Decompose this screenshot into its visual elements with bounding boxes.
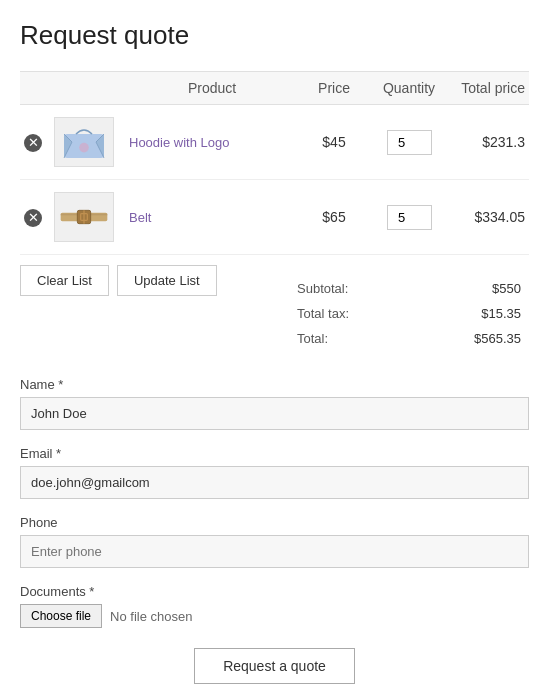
choose-file-button[interactable]: Choose file (20, 604, 102, 628)
quote-table: Product Price Quantity Total price ✕ (20, 71, 529, 255)
hoodie-image (54, 117, 114, 167)
product-link[interactable]: Hoodie with Logo (129, 135, 229, 150)
belt-image (54, 192, 114, 242)
page-title: Request quote (20, 20, 529, 51)
price-cell: $65 (299, 180, 369, 255)
col-quantity: Quantity (369, 72, 449, 105)
remove-item-button[interactable]: ✕ (24, 132, 42, 152)
name-input[interactable] (20, 397, 529, 430)
phone-label: Phone (20, 515, 529, 530)
col-product: Product (125, 72, 299, 105)
subtotal-label: Subtotal: (291, 277, 413, 300)
total-label: Total: (291, 327, 413, 350)
total-cell: $334.05 (449, 180, 529, 255)
order-summary: Subtotal: $550 Total tax: $15.35 Total: … (289, 275, 529, 352)
name-group: Name * (20, 377, 529, 430)
remove-item-button[interactable]: ✕ (24, 207, 42, 227)
tax-value: $15.35 (415, 302, 527, 325)
remove-icon: ✕ (24, 209, 42, 227)
table-row: ✕ Belt $65 $334.05 (20, 180, 529, 255)
quantity-input[interactable] (387, 130, 432, 155)
total-value: $565.35 (415, 327, 527, 350)
product-img-cell (50, 180, 125, 255)
phone-group: Phone (20, 515, 529, 568)
product-name-cell: Belt (125, 180, 299, 255)
product-link[interactable]: Belt (129, 210, 151, 225)
col-remove (20, 72, 50, 105)
no-file-text: No file chosen (110, 609, 192, 624)
email-group: Email * (20, 446, 529, 499)
update-list-button[interactable]: Update List (117, 265, 217, 296)
subtotal-value: $550 (415, 277, 527, 300)
col-total: Total price (449, 72, 529, 105)
quantity-cell (369, 180, 449, 255)
remove-cell: ✕ (20, 105, 50, 180)
remove-icon: ✕ (24, 134, 42, 152)
quantity-input[interactable] (387, 205, 432, 230)
email-input[interactable] (20, 466, 529, 499)
col-img (50, 72, 125, 105)
documents-label: Documents * (20, 584, 529, 599)
tax-label: Total tax: (291, 302, 413, 325)
clear-list-button[interactable]: Clear List (20, 265, 109, 296)
total-cell: $231.3 (449, 105, 529, 180)
remove-cell: ✕ (20, 180, 50, 255)
documents-group: Documents * Choose file No file chosen (20, 584, 529, 628)
price-cell: $45 (299, 105, 369, 180)
phone-input[interactable] (20, 535, 529, 568)
product-img-cell (50, 105, 125, 180)
col-price: Price (299, 72, 369, 105)
quote-form: Name * Email * Phone Documents * Choose … (20, 377, 529, 628)
product-name-cell: Hoodie with Logo (125, 105, 299, 180)
table-row: ✕ Hoodie with Logo $45 $231.3 (20, 105, 529, 180)
svg-point-1 (79, 143, 89, 153)
submit-button[interactable]: Request a quote (194, 648, 355, 684)
email-label: Email * (20, 446, 529, 461)
list-actions: Clear List Update List (20, 265, 217, 296)
quantity-cell (369, 105, 449, 180)
name-label: Name * (20, 377, 529, 392)
